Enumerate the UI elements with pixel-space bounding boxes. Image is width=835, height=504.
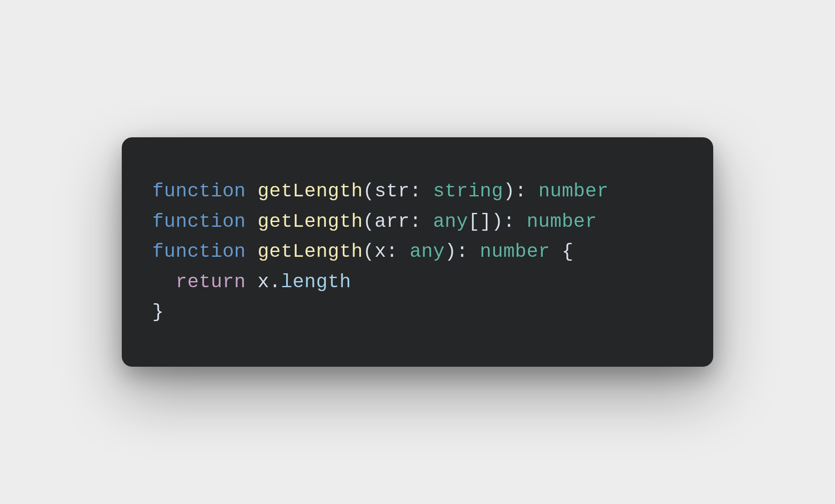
code-line-2: function getLength(arr: any[]): number	[152, 207, 683, 237]
array-brackets: []	[468, 211, 491, 232]
open-brace: {	[562, 241, 574, 262]
property-length: length	[281, 271, 351, 293]
code-snippet-container: function getLength(str: string): number …	[122, 137, 713, 367]
return-colon: :	[503, 211, 527, 232]
space	[550, 241, 562, 262]
space	[246, 271, 257, 293]
type-string: string	[433, 180, 503, 202]
function-name: getLength	[257, 211, 363, 232]
return-colon: :	[515, 180, 538, 202]
type-number: number	[480, 241, 550, 262]
parameter-name: arr	[374, 211, 410, 232]
keyword-return: return	[176, 271, 246, 293]
keyword-function: function	[152, 180, 246, 202]
dot: .	[269, 271, 281, 293]
identifier: x	[257, 271, 269, 293]
code-line-4: return x.length	[152, 267, 683, 298]
close-paren: )	[491, 211, 503, 232]
code-line-1: function getLength(str: string): number	[152, 176, 683, 207]
type-any: any	[410, 241, 445, 262]
parameter-name: str	[374, 180, 410, 202]
keyword-function: function	[152, 211, 246, 232]
param-colon: :	[386, 241, 410, 262]
code-line-5: }	[152, 297, 683, 328]
open-paren: (	[363, 211, 374, 232]
open-paren: (	[363, 180, 374, 202]
code-line-3: function getLength(x: any): number {	[152, 237, 683, 267]
keyword-function: function	[152, 241, 246, 262]
open-paren: (	[363, 241, 374, 262]
close-paren: )	[445, 241, 457, 262]
parameter-name: x	[374, 241, 386, 262]
type-any: any	[433, 211, 468, 232]
type-number: number	[538, 180, 608, 202]
param-colon: :	[410, 180, 433, 202]
close-brace: }	[152, 301, 164, 323]
close-paren: )	[503, 180, 515, 202]
function-name: getLength	[257, 180, 363, 202]
param-colon: :	[410, 211, 433, 232]
return-colon: :	[457, 241, 480, 262]
type-number: number	[527, 211, 597, 232]
indent	[152, 271, 176, 293]
function-name: getLength	[257, 241, 363, 262]
